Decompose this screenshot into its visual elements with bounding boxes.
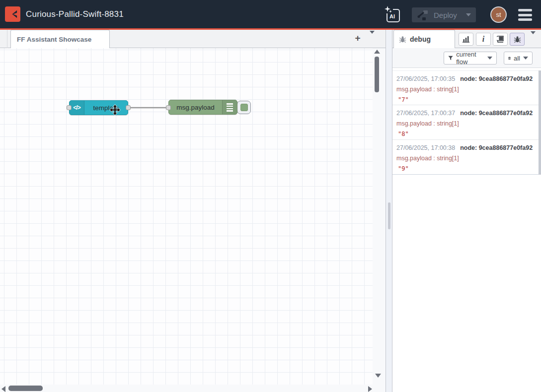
canvas-scroll-right-arrow[interactable] (368, 386, 372, 392)
hamburger-bar (518, 9, 532, 11)
workspace-tab-strip: FF Assistant Showcase + (0, 30, 386, 48)
splitter-drag-handle[interactable] (388, 202, 390, 229)
template-icon-box: </> (70, 101, 84, 115)
message-value[interactable]: "7" (396, 95, 535, 105)
canvas-horizontal-scrollbar[interactable] (8, 386, 43, 391)
chevron-down-icon (370, 31, 375, 42)
main-menu-button[interactable] (518, 9, 532, 21)
template-node-label: template (84, 101, 128, 115)
user-avatar[interactable]: st (490, 6, 507, 23)
filter-current-flow-button[interactable]: current flow (444, 52, 497, 65)
message-timestamp: 27/06/2025, 17:00:38 (396, 144, 455, 151)
trash-icon (508, 55, 511, 62)
debug-filter-toolbar: current flow all (392, 48, 541, 68)
dashboard-chart-button[interactable] (459, 33, 473, 46)
flow-canvas[interactable]: </> template msg.payload (0, 48, 386, 392)
tab-ff-assistant-showcase[interactable]: FF Assistant Showcase (10, 30, 110, 48)
funnel-icon (448, 55, 453, 61)
ai-assistant-button[interactable]: AI (386, 7, 401, 23)
info-icon: i (482, 35, 484, 43)
hamburger-bar (518, 18, 532, 21)
debug-message[interactable]: 27/06/2025, 17:00:35node: 9cea886877e0fa… (392, 70, 539, 105)
bar-chart-icon (462, 36, 470, 43)
debug-icon-box (222, 100, 237, 114)
flow-list-chevron-button[interactable] (370, 34, 381, 44)
chevron-down-icon (531, 31, 536, 43)
message-value[interactable]: "9" (396, 164, 535, 174)
avatar-initials: st (496, 11, 501, 18)
debug-messages-button[interactable] (510, 33, 525, 46)
info-button[interactable]: i (476, 33, 491, 46)
node-template[interactable]: </> template (69, 100, 128, 115)
debug-enable-toggle[interactable] (237, 101, 251, 114)
node-red-editor: Curious-Pallid-Swift-8831 AI Deploy st (0, 0, 541, 392)
debug-message[interactable]: 27/06/2025, 17:00:37node: 9cea886877e0fa… (392, 105, 539, 140)
message-node-id: node: 9cea886877e0fa92 (460, 144, 533, 151)
tab-strip-divider (7, 30, 7, 48)
debug-list-scrollbar[interactable] (539, 70, 541, 175)
header: Curious-Pallid-Swift-8831 AI Deploy st (0, 0, 541, 30)
message-value[interactable]: "8" (396, 129, 535, 139)
sidebar-tab-label: debug (410, 35, 431, 43)
flowfuse-logo-icon[interactable] (5, 6, 20, 22)
bug-icon (399, 36, 406, 43)
delete-messages-button[interactable]: all (504, 52, 533, 65)
message-property-path[interactable]: msg.payload : string[1] (396, 84, 535, 95)
sidebar-tab-debug[interactable]: debug (393, 30, 455, 48)
delete-button-label: all (514, 55, 520, 62)
chevron-down-icon (523, 57, 528, 60)
canvas-scroll-left-arrow[interactable] (1, 386, 5, 392)
sparkle-icon (385, 6, 392, 14)
canvas-vertical-scrollbar[interactable] (375, 57, 379, 92)
debug-message-list: 27/06/2025, 17:00:35node: 9cea886877e0fa… (392, 70, 541, 175)
canvas-bottom-gutter (0, 385, 386, 392)
canvas-scroll-up-arrow[interactable] (374, 50, 380, 54)
template-input-port[interactable] (67, 105, 72, 110)
message-timestamp: 27/06/2025, 17:00:37 (396, 110, 455, 117)
canvas-scroll-down-arrow[interactable] (375, 374, 381, 378)
bug-icon (514, 36, 521, 43)
flow-tab-label: FF Assistant Showcase (17, 36, 91, 43)
debug-input-port[interactable] (166, 105, 171, 110)
message-timestamp: 27/06/2025, 17:00:35 (396, 75, 455, 82)
filter-button-label: current flow (456, 51, 484, 65)
message-node-id: node: 9cea886877e0fa92 (460, 75, 533, 82)
canvas-right-gutter (373, 48, 386, 392)
book-icon (497, 36, 504, 43)
help-button[interactable] (493, 33, 508, 46)
debug-output-rows-icon (227, 103, 233, 112)
code-icon: </> (73, 104, 80, 111)
sidebar-tab-bar: debug i (392, 30, 541, 48)
chevron-down-icon (487, 57, 492, 60)
instance-title: Curious-Pallid-Swift-8831 (26, 9, 124, 19)
debug-toggle-state-indicator (240, 104, 248, 111)
debug-node-label: msg.payload (169, 100, 222, 114)
sidebar: debug i (392, 30, 541, 392)
deploy-button[interactable]: Deploy (412, 7, 476, 22)
debug-message[interactable]: 27/06/2025, 17:00:38node: 9cea886877e0fa… (392, 140, 539, 175)
ai-label: AI (389, 13, 395, 19)
hamburger-bar (518, 14, 532, 16)
message-property-path[interactable]: msg.payload : string[1] (396, 153, 535, 164)
deploy-icon (417, 9, 429, 21)
message-property-path[interactable]: msg.payload : string[1] (396, 119, 535, 129)
deploy-label: Deploy (434, 11, 457, 19)
sidebar-splitter[interactable] (386, 30, 392, 392)
template-output-port[interactable] (126, 105, 131, 110)
deploy-options-chevron-icon[interactable] (466, 13, 471, 16)
add-flow-button[interactable]: + (351, 32, 365, 45)
message-node-id: node: 9cea886877e0fa92 (460, 110, 533, 117)
node-debug-msg-payload[interactable]: msg.payload (168, 100, 237, 115)
sidebar-options-chevron-button[interactable] (531, 34, 540, 43)
